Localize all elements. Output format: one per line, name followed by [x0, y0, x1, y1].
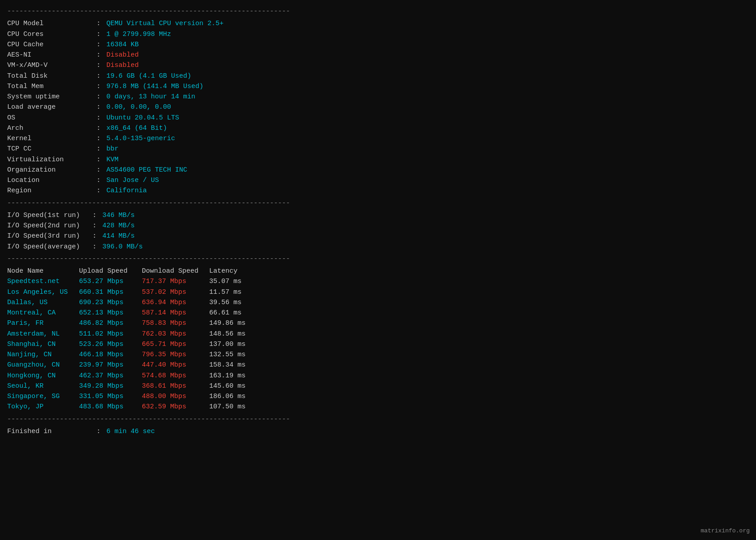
download-la: 537.02 Mbps [142, 287, 209, 297]
divider-top: ----------------------------------------… [7, 6, 749, 17]
label-region: Region [7, 186, 92, 196]
footer-section: Finished in : 6 min 46 sec [7, 426, 749, 437]
upload-paris: 486.82 Mbps [79, 318, 142, 328]
node-speedtest: Speedtest.net [7, 276, 79, 287]
latency-tokyo: 107.50 ms [209, 402, 263, 412]
upload-amsterdam: 511.02 Mbps [79, 329, 142, 339]
col-header-download: Download Speed [142, 266, 209, 276]
upload-singapore: 331.05 Mbps [79, 391, 142, 402]
row-io3: I/O Speed(3rd run) : 414 MB/s [7, 231, 749, 241]
upload-hongkong: 462.37 Mbps [79, 371, 142, 381]
node-guangzhou: Guangzhou, CN [7, 360, 79, 370]
row-org: Organization : AS54600 PEG TECH INC [7, 165, 749, 175]
colon-virt: : [92, 155, 105, 165]
row-tcp-cc: TCP CC : bbr [7, 144, 749, 154]
col-header-upload: Upload Speed [79, 266, 142, 276]
row-cpu-cache: CPU Cache : 16384 KB [7, 40, 749, 50]
label-io-avg: I/O Speed(average) [7, 242, 92, 252]
label-io2: I/O Speed(2nd run) [7, 221, 92, 231]
latency-singapore: 186.06 ms [209, 391, 263, 402]
node-dallas: Dallas, US [7, 297, 79, 308]
upload-guangzhou: 239.97 Mbps [79, 360, 142, 370]
net-row-dallas: Dallas, US 690.23 Mbps 636.94 Mbps 39.56… [7, 297, 749, 308]
label-location: Location [7, 175, 92, 186]
row-total-mem: Total Mem : 976.8 MB (141.4 MB Used) [7, 81, 749, 92]
net-row-paris: Paris, FR 486.82 Mbps 758.83 Mbps 149.86… [7, 318, 749, 328]
label-org: Organization [7, 165, 92, 175]
value-os: Ubuntu 20.04.5 LTS [106, 113, 179, 123]
latency-guangzhou: 158.34 ms [209, 360, 263, 370]
colon-aes-ni: : [92, 50, 105, 60]
row-finished: Finished in : 6 min 46 sec [7, 426, 749, 437]
watermark: matrixinfo.org [701, 527, 750, 536]
colon-region: : [92, 186, 105, 196]
net-row-amsterdam: Amsterdam, NL 511.02 Mbps 762.03 Mbps 14… [7, 329, 749, 339]
colon-io2: : [92, 221, 101, 231]
net-row-guangzhou: Guangzhou, CN 239.97 Mbps 447.40 Mbps 15… [7, 360, 749, 370]
net-row-tokyo: Tokyo, JP 483.68 Mbps 632.59 Mbps 107.50… [7, 402, 749, 412]
colon-cpu-cores: : [92, 29, 105, 40]
row-vmx: VM-x/AMD-V : Disabled [7, 60, 749, 71]
label-tcp-cc: TCP CC [7, 144, 92, 154]
latency-hongkong: 163.19 ms [209, 371, 263, 381]
download-speedtest: 717.37 Mbps [142, 276, 209, 287]
row-io1: I/O Speed(1st run) : 346 MB/s [7, 210, 749, 221]
col-header-latency: Latency [209, 266, 263, 276]
value-kernel: 5.4.0-135-generic [106, 133, 175, 144]
label-finished: Finished in [7, 426, 92, 437]
download-guangzhou: 447.40 Mbps [142, 360, 209, 370]
row-kernel: Kernel : 5.4.0-135-generic [7, 133, 749, 144]
node-montreal: Montreal, CA [7, 308, 79, 318]
value-vmx: Disabled [106, 60, 139, 71]
net-row-seoul: Seoul, KR 349.28 Mbps 368.61 Mbps 145.60… [7, 381, 749, 391]
io-section: I/O Speed(1st run) : 346 MB/s I/O Speed(… [7, 210, 749, 252]
upload-seoul: 349.28 Mbps [79, 381, 142, 391]
colon-load: : [92, 102, 105, 112]
row-io-avg: I/O Speed(average) : 396.0 MB/s [7, 242, 749, 252]
node-paris: Paris, FR [7, 318, 79, 328]
value-uptime: 0 days, 13 hour 14 min [106, 92, 195, 102]
node-amsterdam: Amsterdam, NL [7, 329, 79, 339]
value-tcp-cc: bbr [106, 144, 119, 154]
row-os: OS : Ubuntu 20.04.5 LTS [7, 113, 749, 123]
row-arch: Arch : x86_64 (64 Bit) [7, 123, 749, 133]
label-uptime: System uptime [7, 92, 92, 102]
node-singapore: Singapore, SG [7, 391, 79, 402]
value-virt: KVM [106, 155, 119, 165]
value-total-mem: 976.8 MB (141.4 MB Used) [106, 81, 203, 92]
colon-org: : [92, 165, 105, 175]
value-cpu-cache: 16384 KB [106, 40, 139, 50]
row-io2: I/O Speed(2nd run) : 428 MB/s [7, 221, 749, 231]
upload-nanjing: 466.18 Mbps [79, 350, 142, 360]
value-org: AS54600 PEG TECH INC [106, 165, 187, 175]
download-nanjing: 796.35 Mbps [142, 350, 209, 360]
colon-total-mem: : [92, 81, 105, 92]
label-load: Load average [7, 102, 92, 112]
latency-la: 11.57 ms [209, 287, 263, 297]
col-header-node: Node Name [7, 266, 79, 276]
value-io-avg: 396.0 MB/s [102, 242, 143, 252]
colon-total-disk: : [92, 71, 105, 81]
label-os: OS [7, 113, 92, 123]
colon-kernel: : [92, 133, 105, 144]
upload-speedtest: 653.27 Mbps [79, 276, 142, 287]
download-amsterdam: 762.03 Mbps [142, 329, 209, 339]
label-vmx: VM-x/AMD-V [7, 60, 92, 71]
value-location: San Jose / US [106, 175, 159, 186]
net-row-montreal: Montreal, CA 652.13 Mbps 587.14 Mbps 66.… [7, 308, 749, 318]
value-cpu-model: QEMU Virtual CPU version 2.5+ [106, 18, 224, 29]
label-virt: Virtualization [7, 155, 92, 165]
row-aes-ni: AES-NI : Disabled [7, 50, 749, 60]
value-io2: 428 MB/s [102, 221, 135, 231]
divider-bottom: ----------------------------------------… [7, 414, 749, 425]
value-aes-ni: Disabled [106, 50, 139, 60]
net-row-singapore: Singapore, SG 331.05 Mbps 488.00 Mbps 18… [7, 391, 749, 402]
download-paris: 758.83 Mbps [142, 318, 209, 328]
label-cpu-cores: CPU Cores [7, 29, 92, 40]
node-la: Los Angeles, US [7, 287, 79, 297]
row-virt: Virtualization : KVM [7, 155, 749, 165]
colon-uptime: : [92, 92, 105, 102]
label-cpu-cache: CPU Cache [7, 40, 92, 50]
value-arch: x86_64 (64 Bit) [106, 123, 167, 133]
net-row-hongkong: Hongkong, CN 462.37 Mbps 574.68 Mbps 163… [7, 371, 749, 381]
